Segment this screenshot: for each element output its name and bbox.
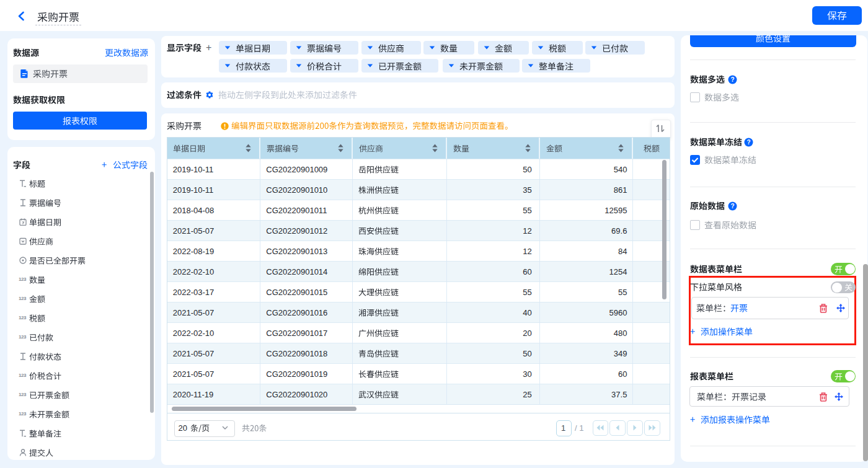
svg-text:?: ? (746, 139, 750, 146)
svg-text:?: ? (730, 203, 734, 210)
svg-text:?: ? (730, 76, 734, 83)
